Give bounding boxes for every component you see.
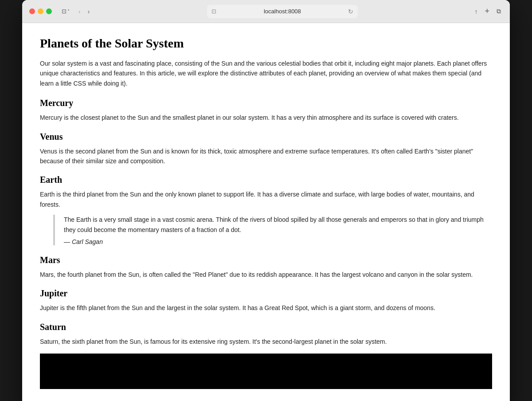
close-button[interactable] xyxy=(29,8,35,14)
page-icon: ⊡ xyxy=(211,8,216,15)
sidebar-icon: ⊡ xyxy=(62,8,66,15)
minimize-button[interactable] xyxy=(38,8,43,14)
saturn-heading: Saturn xyxy=(40,322,492,332)
sidebar-toggle-button[interactable]: ⊡ ˅ xyxy=(59,6,72,16)
titlebar: ⊡ ˅ ‹ › ⊡ ↻ ↑ + ⧉ xyxy=(22,0,510,23)
saturn-image-placeholder xyxy=(40,354,492,389)
earth-heading: Earth xyxy=(40,175,492,185)
saturn-text: Saturn, the sixth planet from the Sun, i… xyxy=(40,337,492,346)
intro-paragraph: Our solar system is a vast and fascinati… xyxy=(40,59,492,88)
browser-actions: ↑ + ⧉ xyxy=(473,5,503,18)
blockquote-text: The Earth is a very small stage in a vas… xyxy=(64,215,492,235)
maximize-button[interactable] xyxy=(46,8,52,14)
mercury-text: Mercury is the closest planet to the Sun… xyxy=(40,113,492,122)
address-bar-container: ⊡ ↻ xyxy=(96,5,469,18)
tabs-overview-button[interactable]: ⧉ xyxy=(495,6,503,17)
nav-controls: ‹ › xyxy=(76,6,92,17)
reload-button[interactable]: ↻ xyxy=(348,8,353,15)
mars-heading: Mars xyxy=(40,255,492,265)
page-content: Planets of the Solar System Our solar sy… xyxy=(22,23,510,401)
page-title: Planets of the Solar System xyxy=(40,36,492,51)
forward-button[interactable]: › xyxy=(85,6,93,17)
mars-text: Mars, the fourth planet from the Sun, is… xyxy=(40,270,492,279)
browser-window: ⊡ ˅ ‹ › ⊡ ↻ ↑ + ⧉ Planets of the Solar S… xyxy=(22,0,510,401)
venus-heading: Venus xyxy=(40,132,492,142)
new-tab-button[interactable]: + xyxy=(483,5,491,18)
earth-blockquote: The Earth is a very small stage in a vas… xyxy=(53,215,492,245)
traffic-lights xyxy=(29,8,52,14)
share-button[interactable]: ↑ xyxy=(473,6,479,17)
jupiter-text: Jupiter is the fifth planet from the Sun… xyxy=(40,303,492,313)
venus-text: Venus is the second planet from the Sun … xyxy=(40,146,492,166)
sidebar-chevron-icon: ˅ xyxy=(67,9,70,14)
url-input[interactable] xyxy=(219,5,345,18)
blockquote-attribution: — Carl Sagan xyxy=(64,238,492,245)
back-button[interactable]: ‹ xyxy=(76,6,83,17)
mercury-heading: Mercury xyxy=(40,98,492,108)
jupiter-heading: Jupiter xyxy=(40,288,492,299)
earth-text: Earth is the third planet from the Sun a… xyxy=(40,189,492,209)
